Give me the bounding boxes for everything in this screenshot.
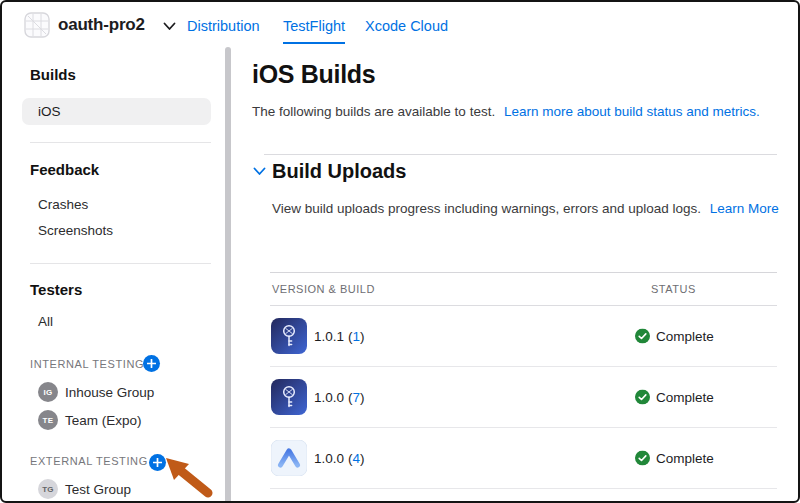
- table-row[interactable]: 1.0.0(4) Complete: [270, 428, 777, 489]
- build-number-link[interactable]: 1: [353, 329, 361, 344]
- complete-check-icon: [635, 451, 650, 466]
- column-header-status: STATUS: [651, 283, 696, 295]
- paren: ): [360, 390, 365, 405]
- complete-check-icon: [635, 329, 650, 344]
- page-title: iOS Builds: [252, 60, 375, 89]
- intro-text: The following builds are available to te…: [252, 104, 760, 119]
- paren: ): [360, 329, 365, 344]
- main-content: iOS Builds The following builds are avai…: [2, 2, 798, 501]
- status-label: Complete: [656, 329, 714, 344]
- intro-plain-text: The following builds are available to te…: [252, 104, 495, 119]
- column-header-version-build: VERSION & BUILD: [272, 283, 375, 295]
- collapse-chevron-icon[interactable]: [253, 167, 266, 176]
- build-uploads-plain-text: View build uploads progress including wa…: [272, 201, 701, 216]
- status-label: Complete: [656, 390, 714, 405]
- version-number: 1.0.1: [314, 329, 344, 344]
- status-label: Complete: [656, 451, 714, 466]
- version-number: 1.0.0: [314, 451, 344, 466]
- version-build-cell: 1.0.1(1): [314, 329, 365, 344]
- expo-app-icon: [271, 440, 307, 476]
- build-uploads-description: View build uploads progress including wa…: [272, 201, 779, 216]
- status-cell: Complete: [635, 390, 714, 405]
- app-store-connect-window: oauth-pro2 Distribution TestFlight Xcode…: [0, 0, 800, 503]
- learn-more-metrics-link[interactable]: Learn more about build status and metric…: [504, 104, 760, 119]
- table-row[interactable]: 1.0.1(1) Complete: [270, 306, 777, 367]
- build-uploads-title[interactable]: Build Uploads: [272, 160, 406, 183]
- complete-check-icon: [635, 390, 650, 405]
- paren: ): [360, 451, 365, 466]
- key-app-icon: [271, 318, 307, 354]
- table-row[interactable]: 1.0.0(7) Complete: [270, 367, 777, 428]
- learn-more-uploads-link[interactable]: Learn More: [710, 201, 779, 216]
- key-app-icon: [271, 379, 307, 415]
- table-row[interactable]: [270, 489, 777, 503]
- build-number-link[interactable]: 4: [353, 451, 361, 466]
- table-header-row: VERSION & BUILD STATUS: [270, 273, 777, 306]
- version-number: 1.0.0: [314, 390, 344, 405]
- version-build-cell: 1.0.0(7): [314, 390, 365, 405]
- builds-table: VERSION & BUILD STATUS: [270, 272, 777, 503]
- build-number-link[interactable]: 7: [353, 390, 361, 405]
- status-cell: Complete: [635, 451, 714, 466]
- status-cell: Complete: [635, 329, 714, 344]
- version-build-cell: 1.0.0(4): [314, 451, 365, 466]
- section-divider: [264, 154, 777, 155]
